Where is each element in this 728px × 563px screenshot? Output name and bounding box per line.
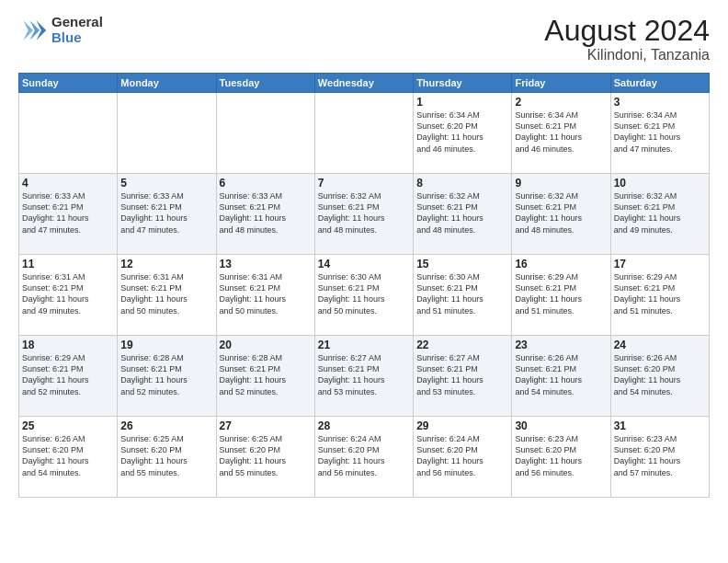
calendar-week-row: 4Sunrise: 6:33 AM Sunset: 6:21 PM Daylig… [19,174,710,255]
day-info: Sunrise: 6:32 AM Sunset: 6:21 PM Dayligh… [515,190,607,236]
day-info: Sunrise: 6:30 AM Sunset: 6:21 PM Dayligh… [416,271,508,316]
day-number: 10 [614,177,706,190]
day-number: 25 [22,419,114,432]
day-number: 30 [515,419,607,432]
day-number: 29 [416,419,508,432]
calendar-cell: 16Sunrise: 6:29 AM Sunset: 6:21 PM Dayli… [512,255,610,336]
day-info: Sunrise: 6:32 AM Sunset: 6:21 PM Dayligh… [318,190,410,236]
day-info: Sunrise: 6:24 AM Sunset: 6:20 PM Dayligh… [416,433,508,478]
day-info: Sunrise: 6:34 AM Sunset: 6:20 PM Dayligh… [416,109,508,155]
day-info: Sunrise: 6:32 AM Sunset: 6:21 PM Dayligh… [614,190,706,236]
day-number: 13 [220,258,312,270]
header-thursday: Thursday [414,74,512,93]
calendar-cell: 10Sunrise: 6:32 AM Sunset: 6:21 PM Dayli… [610,174,709,255]
day-info: Sunrise: 6:32 AM Sunset: 6:21 PM Dayligh… [416,190,508,236]
day-number: 1 [416,96,508,109]
calendar-cell: 25Sunrise: 6:26 AM Sunset: 6:20 PM Dayli… [19,417,118,498]
day-number: 5 [120,177,212,190]
calendar-cell: 30Sunrise: 6:23 AM Sunset: 6:20 PM Dayli… [512,417,610,498]
calendar-cell: 17Sunrise: 6:29 AM Sunset: 6:21 PM Dayli… [610,255,709,336]
calendar-cell: 1Sunrise: 6:34 AM Sunset: 6:20 PM Daylig… [414,93,512,174]
logo: General Blue [18,15,103,45]
calendar-week-row: 25Sunrise: 6:26 AM Sunset: 6:20 PM Dayli… [19,417,710,498]
day-info: Sunrise: 6:26 AM Sunset: 6:20 PM Dayligh… [614,352,706,397]
day-number: 17 [614,258,706,270]
calendar-cell: 21Sunrise: 6:27 AM Sunset: 6:21 PM Dayli… [314,336,413,417]
day-number: 28 [318,419,410,432]
calendar-cell: 11Sunrise: 6:31 AM Sunset: 6:21 PM Dayli… [19,255,118,336]
calendar-cell: 14Sunrise: 6:30 AM Sunset: 6:21 PM Dayli… [314,255,413,336]
calendar-cell: 5Sunrise: 6:33 AM Sunset: 6:21 PM Daylig… [118,174,216,255]
day-info: Sunrise: 6:34 AM Sunset: 6:21 PM Dayligh… [515,109,607,155]
calendar-cell: 7Sunrise: 6:32 AM Sunset: 6:21 PM Daylig… [314,174,413,255]
calendar-cell: 3Sunrise: 6:34 AM Sunset: 6:21 PM Daylig… [610,93,709,174]
day-info: Sunrise: 6:33 AM Sunset: 6:21 PM Dayligh… [220,190,312,236]
header-tuesday: Tuesday [216,74,314,93]
day-number: 26 [120,419,212,432]
logo-text: General Blue [51,15,103,45]
day-number: 22 [416,339,508,351]
calendar-cell: 20Sunrise: 6:28 AM Sunset: 6:21 PM Dayli… [216,336,314,417]
calendar-cell: 24Sunrise: 6:26 AM Sunset: 6:20 PM Dayli… [610,336,709,417]
day-number: 4 [22,177,114,190]
day-info: Sunrise: 6:27 AM Sunset: 6:21 PM Dayligh… [318,352,410,397]
title-block: August 2024 Kilindoni, Tanzania [544,15,710,63]
calendar-cell: 23Sunrise: 6:26 AM Sunset: 6:21 PM Dayli… [512,336,610,417]
day-number: 24 [614,339,706,351]
day-number: 12 [120,258,212,270]
day-info: Sunrise: 6:28 AM Sunset: 6:21 PM Dayligh… [120,352,212,397]
day-info: Sunrise: 6:33 AM Sunset: 6:21 PM Dayligh… [120,190,212,236]
day-number: 18 [22,339,114,351]
day-info: Sunrise: 6:29 AM Sunset: 6:21 PM Dayligh… [614,271,706,316]
day-info: Sunrise: 6:27 AM Sunset: 6:21 PM Dayligh… [416,352,508,397]
weekday-header-row: Sunday Monday Tuesday Wednesday Thursday… [19,74,710,93]
day-info: Sunrise: 6:29 AM Sunset: 6:21 PM Dayligh… [22,352,114,397]
calendar-cell [314,93,413,174]
calendar-cell: 6Sunrise: 6:33 AM Sunset: 6:21 PM Daylig… [216,174,314,255]
day-number: 8 [416,177,508,190]
calendar-week-row: 1Sunrise: 6:34 AM Sunset: 6:20 PM Daylig… [19,93,710,174]
day-number: 19 [120,339,212,351]
calendar-cell [19,93,118,174]
header-saturday: Saturday [610,74,709,93]
calendar-cell: 19Sunrise: 6:28 AM Sunset: 6:21 PM Dayli… [118,336,216,417]
calendar-cell: 29Sunrise: 6:24 AM Sunset: 6:20 PM Dayli… [414,417,512,498]
logo-general-text: General [51,15,103,30]
day-number: 16 [515,258,607,270]
day-info: Sunrise: 6:23 AM Sunset: 6:20 PM Dayligh… [515,433,607,478]
day-info: Sunrise: 6:25 AM Sunset: 6:20 PM Dayligh… [220,433,312,478]
page: General Blue August 2024 Kilindoni, Tanz… [0,0,728,563]
calendar-cell: 9Sunrise: 6:32 AM Sunset: 6:21 PM Daylig… [512,174,610,255]
day-info: Sunrise: 6:26 AM Sunset: 6:21 PM Dayligh… [515,352,607,397]
title-location: Kilindoni, Tanzania [544,47,710,63]
calendar-cell: 15Sunrise: 6:30 AM Sunset: 6:21 PM Dayli… [414,255,512,336]
day-info: Sunrise: 6:23 AM Sunset: 6:20 PM Dayligh… [614,433,706,478]
calendar-week-row: 18Sunrise: 6:29 AM Sunset: 6:21 PM Dayli… [19,336,710,417]
day-info: Sunrise: 6:31 AM Sunset: 6:21 PM Dayligh… [22,271,114,316]
logo-blue-text: Blue [51,30,103,46]
header-sunday: Sunday [19,74,118,93]
header-friday: Friday [512,74,610,93]
day-number: 9 [515,177,607,190]
day-number: 11 [22,258,114,270]
day-number: 21 [318,339,410,351]
calendar-cell: 13Sunrise: 6:31 AM Sunset: 6:21 PM Dayli… [216,255,314,336]
day-number: 15 [416,258,508,270]
day-number: 6 [220,177,312,190]
header: General Blue August 2024 Kilindoni, Tanz… [18,15,710,63]
day-number: 2 [515,96,607,109]
day-number: 3 [614,96,706,109]
day-info: Sunrise: 6:28 AM Sunset: 6:21 PM Dayligh… [220,352,312,397]
calendar-cell: 28Sunrise: 6:24 AM Sunset: 6:20 PM Dayli… [314,417,413,498]
calendar-cell: 2Sunrise: 6:34 AM Sunset: 6:21 PM Daylig… [512,93,610,174]
title-month: August 2024 [544,15,710,47]
calendar-cell: 26Sunrise: 6:25 AM Sunset: 6:20 PM Dayli… [118,417,216,498]
day-number: 7 [318,177,410,190]
day-info: Sunrise: 6:31 AM Sunset: 6:21 PM Dayligh… [220,271,312,316]
day-info: Sunrise: 6:34 AM Sunset: 6:21 PM Dayligh… [614,109,706,155]
day-number: 31 [614,419,706,432]
day-info: Sunrise: 6:26 AM Sunset: 6:20 PM Dayligh… [22,433,114,478]
day-number: 20 [220,339,312,351]
day-info: Sunrise: 6:29 AM Sunset: 6:21 PM Dayligh… [515,271,607,316]
header-wednesday: Wednesday [314,74,413,93]
